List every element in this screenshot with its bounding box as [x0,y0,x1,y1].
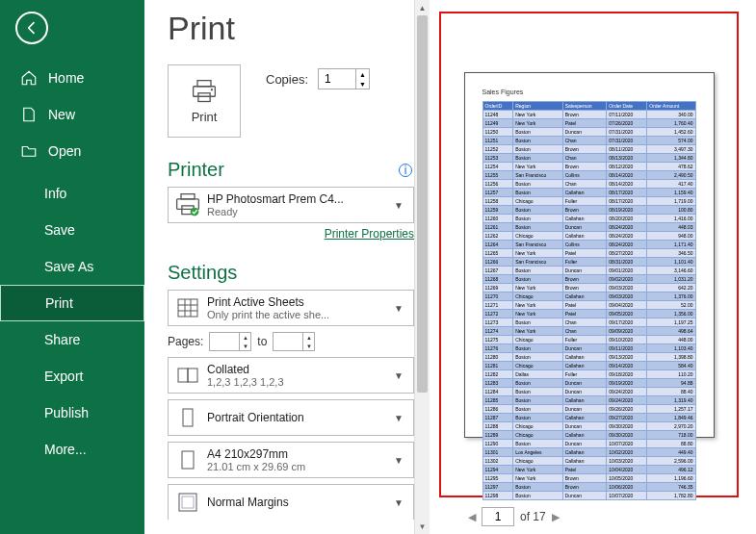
settings-scrollbar[interactable]: ▲ ▼ [414,0,430,534]
sidebar-item-print[interactable]: Print [0,285,144,321]
sidebar-item-more[interactable]: More... [0,431,144,468]
preview-highlight: Sales Figures OrderIDRegionSalespersonOr… [439,12,739,497]
sidebar-item-save-as[interactable]: Save As [0,248,144,285]
collation-dropdown[interactable]: Collated 1,2,3 1,2,3 1,2,3 ▼ [168,357,414,394]
print-preview-panel: Sales Figures OrderIDRegionSalespersonOr… [430,0,756,534]
backstage-sidebar: Home New Open Info Save Save As Print Sh… [0,0,144,534]
copies-down[interactable]: ▼ [355,79,369,89]
svg-rect-18 [182,496,194,508]
printer-status-icon [174,191,201,218]
sidebar-item-share[interactable]: Share [0,321,144,358]
sidebar-item-save[interactable]: Save [0,212,144,248]
prev-page-button[interactable]: ◀ [468,511,476,523]
scroll-up[interactable]: ▲ [415,0,430,15]
pages-from-spinner[interactable]: ▲▼ [209,332,251,351]
pages-label: Pages: [168,335,203,348]
print-what-dropdown[interactable]: Print Active Sheets Only print the activ… [168,290,414,326]
copies-input[interactable] [319,69,355,89]
svg-point-3 [211,89,213,90]
sidebar-item-label: Info [44,186,66,201]
preview-table: OrderIDRegionSalespersonOrder DateOrder … [482,101,696,500]
sidebar-item-new[interactable]: New [0,96,144,133]
sidebar-item-label: Save [44,222,75,238]
svg-rect-14 [188,369,197,382]
sidebar-item-label: More... [44,442,87,457]
pages-to-spinner[interactable]: ▲▼ [273,332,315,351]
svg-rect-13 [178,369,188,382]
next-page-button[interactable]: ▶ [552,511,560,523]
sidebar-item-label: Share [44,332,80,347]
main-panel: Print Print Copies: ▲▼ [144,0,756,534]
pages-range-row: Pages: ▲▼ to ▲▼ [168,332,414,351]
sidebar-item-label: Save As [44,259,93,274]
printer-status: Ready [207,206,394,217]
page-navigator: ◀ of 17 ▶ [439,507,739,526]
back-button[interactable] [15,12,48,44]
svg-rect-15 [183,409,193,426]
open-icon [19,142,39,160]
svg-rect-4 [181,194,195,199]
copies-spinner[interactable]: ▲▼ [318,68,370,89]
sidebar-item-info[interactable]: Info [0,175,144,212]
sidebar-item-label: Home [48,70,84,86]
sidebar-item-label: Export [44,369,83,384]
printer-dropdown[interactable]: HP Photosmart Prem C4... Ready ▼ [168,187,414,223]
copies-up[interactable]: ▲ [355,69,369,79]
print-button-label: Print [192,110,218,124]
pages-to-input[interactable] [274,333,302,350]
print-settings-panel: Print Print Copies: ▲▼ [144,0,414,534]
grid-icon [174,294,201,321]
sidebar-item-publish[interactable]: Publish [0,394,144,431]
chevron-down-icon: ▼ [394,455,407,466]
scrollbar-thumb[interactable] [417,15,428,393]
printer-name: HP Photosmart Prem C4... [207,192,394,206]
sidebar-item-label: Print [45,295,73,311]
chevron-down-icon: ▼ [394,413,407,423]
settings-section-header: Settings [168,262,414,284]
printer-icon [191,79,218,104]
svg-rect-16 [182,451,194,469]
page-title: Print [168,10,414,47]
sidebar-item-label: New [48,107,75,122]
chevron-down-icon: ▼ [394,303,407,314]
chevron-down-icon: ▼ [394,370,407,381]
svg-rect-2 [198,92,210,101]
paper-size-dropdown[interactable]: A4 210x297mm 21.01 cm x 29.69 cm ▼ [168,442,414,478]
svg-rect-0 [197,80,211,86]
scroll-down[interactable]: ▼ [415,519,430,534]
margins-dropdown[interactable]: Normal Margins ▼ [168,484,414,520]
copies-label: Copies: [266,72,308,87]
arrow-left-icon [24,20,39,36]
orientation-dropdown[interactable]: Portrait Orientation ▼ [168,399,414,436]
chevron-down-icon: ▼ [394,200,407,211]
svg-point-7 [191,208,199,216]
print-button[interactable]: Print [168,64,241,138]
printer-section-header: Printer i [168,159,414,181]
page-icon [174,446,201,473]
portrait-icon [174,404,201,431]
chevron-down-icon: ▼ [394,497,407,508]
info-icon[interactable]: i [399,164,412,177]
preview-page: Sales Figures OrderIDRegionSalespersonOr… [464,72,715,438]
margins-icon [174,489,201,516]
new-icon [19,106,39,123]
preview-document-title: Sales Figures [482,89,696,95]
collate-icon [174,362,201,389]
home-icon [19,69,39,87]
page-count-label: of 17 [520,510,546,523]
printer-properties-link[interactable]: Printer Properties [168,227,414,241]
sidebar-item-home[interactable]: Home [0,60,144,96]
pages-from-input[interactable] [210,333,239,350]
sidebar-item-open[interactable]: Open [0,133,144,169]
sidebar-item-label: Publish [44,405,89,420]
sidebar-item-export[interactable]: Export [0,358,144,394]
svg-rect-8 [178,299,197,317]
svg-rect-1 [194,86,216,96]
current-page-input[interactable] [482,507,514,526]
sidebar-item-label: Open [48,143,81,159]
